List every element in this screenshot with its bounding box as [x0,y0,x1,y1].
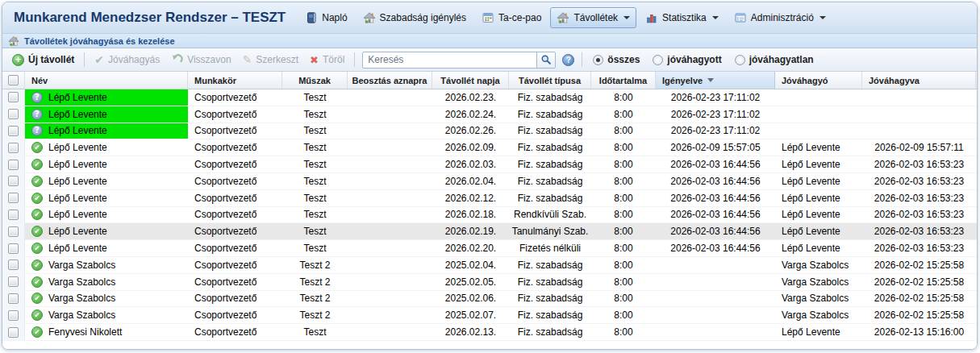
menu-item-ta-ce-pao[interactable]: Ta-ce-pao [475,7,548,28]
cell-beosztas-aznapra [348,139,432,156]
cell-filler [976,223,978,239]
table-row[interactable]: Lépő Levente Csoportvezető Teszt 2026.02… [2,190,977,207]
cell-beosztas-aznapra [348,223,432,239]
cell-idotartalma: 8:00 [591,139,656,156]
row-checkbox[interactable] [8,226,19,237]
cell-tavollet-napja: 2025.02.05. [432,274,509,290]
cell-tavollet-tipusa: Fiz. szabadság [509,123,591,139]
row-checkbox-cell [2,173,25,189]
menu-item-naplo[interactable]: Napló [298,7,353,28]
table-row[interactable]: Lépő Levente Csoportvezető Teszt 2026.02… [2,89,977,106]
pending-question-icon [31,92,43,103]
edit-button[interactable]: ✎ Szerkeszt [237,51,304,69]
cell-jovahagyva [862,89,976,106]
column-header-tipusa[interactable]: Távollét típusa [509,72,591,89]
radio-jovahagyott[interactable]: jóváhagyott [653,54,721,65]
header-checkbox-cell[interactable] [2,72,25,89]
menu-item-szabadsag-igenyles[interactable]: Szabadság igénylés [357,7,473,28]
row-checkbox[interactable] [8,243,19,254]
revoke-button[interactable]: Visszavon [165,52,236,69]
table-row[interactable]: Lépő Levente Csoportvezető Teszt 2026.02… [2,106,977,123]
row-checkbox[interactable] [8,109,19,119]
table-row[interactable]: Fenyvesi Nikolett Csoportvezető Teszt 20… [2,324,977,341]
delete-button[interactable]: ✖ Töröl [304,52,350,69]
column-header-jovahagyva[interactable]: Jóváhagyva [862,72,976,89]
row-checkbox[interactable] [8,327,19,338]
row-checkbox[interactable] [8,260,19,270]
cell-muszak: Teszt [282,240,348,256]
table-row[interactable]: Lépő Levente Csoportvezető Teszt 2026.02… [2,123,977,140]
table-row[interactable]: Lépő Levente Csoportvezető Teszt 2026.02… [2,207,977,224]
table-row[interactable]: Varga Szabolcs Csoportvezető Teszt 2 202… [2,291,977,308]
table-row[interactable]: Varga Szabolcs Csoportvezető Teszt 2 202… [2,257,977,274]
column-header-igenyelve-sorted[interactable]: Igényelve [656,72,775,89]
cell-jovahagyva: 2026-02-09 15:57:11 [862,139,976,156]
cell-beosztas-aznapra [348,173,432,189]
row-checkbox[interactable] [8,92,19,102]
cell-filler [976,123,978,139]
row-checkbox[interactable] [8,176,19,186]
radio-osszes[interactable]: összes [593,54,640,65]
filter-radio-group: összes jóváhagyott jóváhagyatlan [593,54,813,65]
journal-icon [305,11,318,24]
button-label: Jóváhagyás [108,54,160,65]
cell-munkakor: Csoportvezető [188,89,282,106]
cell-jovahagyva: 2026-02-02 15:25:58 [862,307,976,323]
table-row[interactable]: Lépő Levente Csoportvezető Teszt 2026.02… [2,139,977,156]
menu-item-tavolletek[interactable]: Távollétek [550,7,636,28]
column-header-nev[interactable]: Név [25,72,188,89]
menu-item-adminisztracio[interactable]: Adminisztráció [728,7,832,28]
cell-munkakor: Csoportvezető [188,123,282,139]
chevron-down-icon [712,16,719,19]
approve-button[interactable]: ✔ Jóváhagyás [89,51,165,69]
table-row[interactable]: Lépő Levente Csoportvezető Teszt 2026.02… [2,156,977,173]
table-row[interactable]: Lépő Levente Csoportvezető Teszt 2026.02… [2,173,977,190]
cell-filler [976,89,978,106]
table-row[interactable]: Lépő Levente Csoportvezető Teszt 2026.02… [2,240,977,257]
cell-jovahagyva: 2026-02-03 16:53:23 [862,207,976,223]
table-row[interactable]: Varga Szabolcs Csoportvezető Teszt 2 202… [2,274,977,291]
search-input[interactable] [363,54,536,65]
cell-munkakor: Csoportvezető [188,240,282,256]
column-header-jovahagyo[interactable]: Jóváhagyó [775,72,862,89]
column-header-muszak[interactable]: Műszak [282,72,348,89]
cell-muszak: Teszt 2 [282,274,348,290]
row-checkbox[interactable] [8,310,19,321]
row-checkbox[interactable] [8,160,19,170]
cell-munkakor: Csoportvezető [188,223,282,239]
row-checkbox[interactable] [8,193,19,203]
row-checkbox[interactable] [8,126,19,136]
cell-idotartalma: 8:00 [591,307,656,323]
approved-check-icon [31,159,43,170]
select-all-checkbox[interactable] [8,75,19,85]
table-row[interactable]: Lépő Levente Csoportvezető Teszt 2026.02… [2,223,977,240]
radio-jovahagyatlan[interactable]: jóváhagyatlan [735,54,814,65]
menu-label: Napló [322,12,347,23]
cell-jovahagyva: 2026-02-03 16:53:23 [862,240,976,256]
menu-item-statisztika[interactable]: Statisztika [639,7,725,28]
row-checkbox[interactable] [8,293,19,304]
cell-filler [976,291,978,307]
column-header-idotartalma[interactable]: Időtartalma [591,72,656,89]
row-checkbox[interactable] [8,210,19,220]
column-header-beosztas[interactable]: Beosztás aznapra [348,72,432,89]
search-button[interactable] [536,52,555,68]
new-absence-button[interactable]: + Új távollét [6,52,80,69]
cell-igenyelve: 2026-02-03 16:44:56 [656,190,775,206]
radio-button-icon [593,55,603,65]
column-header-napja[interactable]: Távollét napja [432,72,509,89]
cell-igenyelve: 2026-02-03 16:44:56 [656,240,775,256]
cell-tavollet-tipusa: Fizetés nélküli [509,240,591,256]
row-checkbox[interactable] [8,276,19,287]
bar-chart-icon [645,11,658,24]
cell-filler [976,307,978,323]
cell-jovahagyo: Varga Szabolcs [775,274,862,290]
column-header-munkakor[interactable]: Munkakör [188,72,282,89]
cell-beosztas-aznapra [348,291,432,307]
cell-igenyelve [656,324,775,340]
help-icon[interactable]: ? [562,54,574,66]
row-checkbox-cell [2,291,25,307]
row-checkbox[interactable] [8,143,19,153]
table-row[interactable]: Varga Szabolcs Csoportvezető Teszt 2 202… [2,307,977,324]
toolbar: + Új távollét ✔ Jóváhagyás Visszavon ✎ S… [2,48,977,72]
